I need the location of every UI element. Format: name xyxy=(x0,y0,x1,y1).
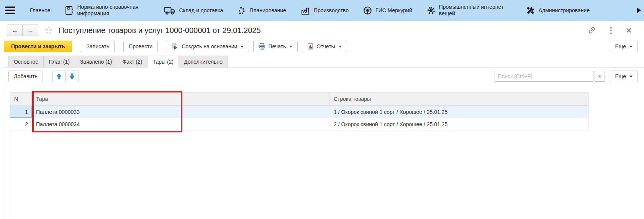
table-header-row: N Тара Строка товары xyxy=(10,92,588,106)
network-hub-icon xyxy=(427,6,436,15)
move-down-button[interactable] xyxy=(66,71,79,82)
list-toolbar: Добавить × Еще xyxy=(8,71,638,82)
tab-fakt[interactable]: Факт (2) xyxy=(117,56,147,68)
column-header-tara[interactable]: Тара xyxy=(32,92,329,105)
chevron-down-icon xyxy=(629,76,633,77)
create-based-on-button[interactable]: Создать на основании xyxy=(167,41,249,52)
add-row-button[interactable]: Добавить xyxy=(8,71,43,82)
nav-label: Нормативно-справочная информация xyxy=(77,4,149,17)
cell-tara[interactable]: Паллета 0000034 xyxy=(32,118,329,130)
nav-label: Промышленный интернет вещей xyxy=(439,4,511,17)
report-chart-icon xyxy=(307,43,313,49)
title-bar: ← → ☆ Поступление товаров и услуг 1000-0… xyxy=(0,21,644,39)
link-icon[interactable] xyxy=(588,26,596,35)
table-row[interactable]: 1 Паллета 0000033 1 / Окорок свиной 1 со… xyxy=(10,106,588,118)
chevron-down-icon xyxy=(629,46,633,48)
nav-label: Планирование xyxy=(249,7,286,14)
arrow-up-icon xyxy=(56,73,62,79)
nav-item-main[interactable]: Главное xyxy=(30,7,51,14)
nav-label: Главное xyxy=(30,7,51,14)
button-label: Создать на основании xyxy=(182,43,237,49)
arrow-down-icon xyxy=(69,73,75,79)
print-icon xyxy=(259,43,265,49)
dots-icon xyxy=(238,6,246,15)
more-button-top[interactable]: Еще xyxy=(610,41,638,52)
nav-item-administration[interactable]: Администрирование xyxy=(526,6,590,15)
tab-osnovnoe[interactable]: Основное xyxy=(8,56,44,68)
reports-button[interactable]: Отчеты xyxy=(302,41,347,52)
nav-item-reference-info[interactable]: Нормативно-справочная информация xyxy=(65,4,149,17)
button-label: Печать xyxy=(268,43,286,49)
truck-icon xyxy=(164,6,176,15)
button-label: Еще xyxy=(615,73,626,79)
search-area: × Еще xyxy=(495,71,638,82)
cell-tara[interactable]: Паллета 0000033 xyxy=(32,106,329,118)
chevron-down-icon xyxy=(289,46,292,48)
forward-icon: → xyxy=(27,26,34,35)
nav-item-warehouse-delivery[interactable]: Склад и доставка xyxy=(164,6,223,15)
page-title: Поступление товаров и услуг 1000-000001 … xyxy=(59,26,261,35)
forward-button[interactable]: → xyxy=(23,25,38,36)
nav-item-industrial-iot[interactable]: Промышленный интернет вещей xyxy=(427,4,511,17)
steering-wheel-icon xyxy=(363,6,372,15)
favorite-star-icon[interactable]: ☆ xyxy=(44,25,53,36)
cell-goods-line[interactable]: 2 / Окорок свиной 1 сорт / Хорошее / 25.… xyxy=(329,118,588,130)
post-button[interactable]: Провести xyxy=(123,41,158,52)
nav-label: ГИС Меркурий xyxy=(375,7,412,14)
move-up-button[interactable] xyxy=(52,71,66,82)
tary-table: N Тара Строка товары 1 Паллета 0000033 1… xyxy=(10,92,589,130)
print-button[interactable]: Печать xyxy=(253,41,298,52)
tab-plan[interactable]: План (1) xyxy=(43,56,75,68)
tab-zayavleno[interactable]: Заявлено (1) xyxy=(75,56,117,68)
create-based-on-icon xyxy=(172,43,179,49)
column-header-n[interactable]: N xyxy=(10,92,32,105)
kebab-menu-icon[interactable]: ⋮ xyxy=(607,26,615,35)
post-and-close-button[interactable]: Провести и закрыть xyxy=(4,41,72,52)
titlebar-actions: ⋮ × xyxy=(588,25,637,35)
back-icon: ← xyxy=(11,26,18,35)
chevron-down-icon xyxy=(339,46,342,48)
column-header-goods-line[interactable]: Строка товары xyxy=(329,92,588,105)
button-label: Еще xyxy=(615,43,626,49)
nav-label: Администрирование xyxy=(539,7,590,14)
factory-icon xyxy=(301,6,310,15)
history-nav-group: ← → xyxy=(7,25,38,36)
button-label: Отчеты xyxy=(316,43,335,49)
cell-row-number[interactable]: 2 xyxy=(10,118,32,130)
back-button[interactable]: ← xyxy=(7,25,23,36)
reorder-buttons xyxy=(52,71,79,82)
nav-label: Производство xyxy=(314,7,349,14)
reference-book-icon xyxy=(65,6,74,15)
nav-item-planning[interactable]: Планирование xyxy=(238,6,286,15)
action-toolbar: Провести и закрыть Записать Провести Соз… xyxy=(0,39,644,54)
panel-left-border xyxy=(4,68,4,219)
nav-label: Склад и доставка xyxy=(179,7,223,14)
tab-tary-active[interactable]: Тары (2) xyxy=(147,56,179,68)
clear-search-button[interactable]: × xyxy=(595,71,605,82)
main-menu-icon[interactable] xyxy=(5,7,15,14)
nav-item-gis-mercury[interactable]: ГИС Меркурий xyxy=(363,6,412,15)
more-button-list[interactable]: Еще xyxy=(610,71,638,82)
nav-overflow-arrow-icon[interactable] xyxy=(637,8,641,13)
cell-goods-line[interactable]: 1 / Окорок свиной 1 сорт / Хорошее / 25.… xyxy=(329,106,588,118)
close-icon[interactable]: × xyxy=(626,25,632,35)
top-navigation-bar: Главное Нормативно-справочная информация… xyxy=(0,0,644,21)
save-button[interactable]: Записать xyxy=(81,41,115,52)
chevron-down-icon xyxy=(241,46,244,48)
cell-row-number[interactable]: 1 xyxy=(10,106,32,118)
tab-dopolnitelno[interactable]: Дополнительно xyxy=(179,56,228,68)
table-row[interactable]: 2 Паллета 0000034 2 / Окорок свиной 1 со… xyxy=(10,118,588,130)
crossed-tools-icon xyxy=(526,6,535,15)
clear-icon: × xyxy=(598,73,601,80)
nav-item-production[interactable]: Производство xyxy=(301,6,349,15)
search-input[interactable] xyxy=(495,71,593,82)
document-tabs: Основное План (1) Заявлено (1) Факт (2) … xyxy=(8,56,228,68)
